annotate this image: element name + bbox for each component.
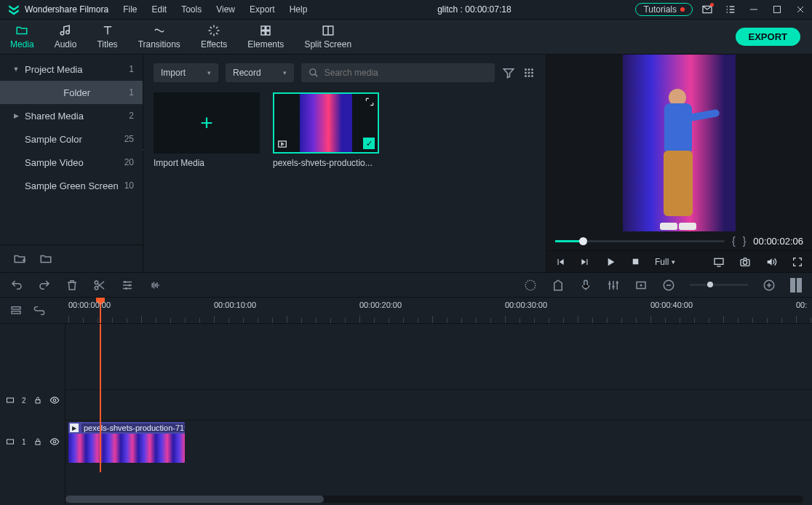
svg-rect-35 (7, 440, 14, 444)
sidebar-item-sample-video[interactable]: Sample Video20 (0, 151, 143, 174)
grid-view-icon[interactable] (522, 66, 536, 79)
svg-point-10 (531, 75, 533, 77)
tab-audio[interactable]: Audio (44, 20, 87, 53)
timeline-scrollbar[interactable] (65, 496, 803, 503)
media-pool: Import▾ Record▾ + Import Media ✓ (143, 55, 546, 272)
snapshot-icon[interactable] (739, 256, 751, 268)
crop-icon[interactable] (634, 279, 648, 292)
messages-icon[interactable] (698, 1, 716, 18)
svg-rect-31 (12, 311, 20, 313)
sidebar-item-project-media[interactable]: ▼Project Media1 (0, 57, 143, 81)
track-lane-2[interactable] (65, 389, 812, 411)
track-header-2[interactable]: 2 (0, 389, 65, 411)
search-input[interactable] (325, 68, 487, 78)
video-track-icon (6, 396, 15, 405)
tab-transitions[interactable]: Transitions (128, 20, 191, 53)
sidebar-item-shared-media[interactable]: ▶Shared Media2 (0, 104, 143, 127)
add-to-timeline-icon[interactable] (277, 139, 287, 149)
svg-rect-13 (715, 258, 723, 264)
menu-help[interactable]: Help (284, 2, 314, 17)
svg-point-18 (124, 281, 127, 283)
menu-tools[interactable]: Tools (175, 2, 207, 17)
adjust-icon[interactable] (121, 279, 134, 292)
marker-icon[interactable] (552, 279, 565, 292)
tutorials-badge (680, 7, 685, 12)
preview-canvas[interactable] (546, 55, 812, 231)
stop-button[interactable] (580, 257, 590, 267)
menu-view[interactable]: View (210, 2, 241, 17)
tab-splitscreen[interactable]: Split Screen (294, 20, 362, 53)
mixer-icon[interactable] (607, 279, 620, 292)
delete-icon[interactable] (65, 279, 79, 292)
folder-icon[interactable] (39, 252, 52, 266)
search-media[interactable] (301, 63, 495, 82)
split-icon[interactable] (93, 279, 106, 292)
tutorials-button[interactable]: Tutorials (635, 3, 693, 16)
preview-scrubber[interactable] (555, 240, 725, 242)
track-header-1[interactable]: 1 (0, 420, 65, 464)
sidebar-item-sample-green[interactable]: Sample Green Screen10 (0, 174, 143, 197)
tab-effects[interactable]: Effects (191, 20, 237, 53)
svg-rect-33 (36, 400, 40, 404)
svg-rect-32 (7, 398, 14, 402)
import-media-tile[interactable]: + Import Media (154, 92, 260, 168)
zoom-in-icon[interactable] (763, 279, 776, 292)
audio-meter[interactable] (790, 278, 802, 293)
sidebar-item-sample-color[interactable]: Sample Color25 (0, 127, 143, 151)
track-lane-1[interactable]: ▶ pexels-shvets-production-719 (65, 420, 812, 464)
audio-wave-icon[interactable] (148, 279, 162, 292)
svg-rect-36 (36, 442, 40, 445)
filter-icon[interactable] (502, 66, 515, 79)
tracks-icon[interactable] (10, 305, 22, 317)
eye-icon[interactable] (49, 395, 60, 405)
track-body[interactable]: ▶ pexels-shvets-production-719 (65, 324, 812, 505)
chevron-down-icon: ▾ (283, 69, 287, 76)
workspace: ▼Project Media1 Folder1 ▶Shared Media2 S… (0, 55, 812, 273)
display-icon[interactable] (713, 256, 725, 268)
link-icon[interactable] (33, 305, 45, 317)
redo-icon[interactable] (38, 279, 51, 292)
playhead-line[interactable] (100, 324, 101, 472)
timeline-ruler-row: 00:00:00:0000:00:10:0000:00:20:0000:00:3… (0, 298, 812, 324)
zoom-out-icon[interactable] (662, 279, 675, 292)
stop2-button[interactable] (631, 257, 640, 266)
svg-rect-30 (12, 306, 20, 309)
mark-out-icon[interactable]: } (743, 235, 747, 247)
project-title: glitch : 00:00:07:18 (313, 4, 635, 15)
minimize-button[interactable] (745, 1, 763, 18)
svg-point-19 (129, 284, 131, 286)
undo-icon[interactable] (10, 279, 23, 292)
volume-icon[interactable] (765, 256, 777, 268)
close-button[interactable] (792, 1, 809, 18)
import-dropdown[interactable]: Import▾ (154, 63, 218, 82)
tab-media[interactable]: Media (0, 20, 44, 53)
expand-icon (365, 97, 375, 107)
quality-dropdown[interactable]: Full▾ (655, 257, 675, 267)
tab-titles[interactable]: Titles (87, 20, 127, 53)
fullscreen-icon[interactable] (792, 256, 803, 268)
new-folder-icon[interactable] (13, 252, 26, 266)
sidebar-item-folder[interactable]: Folder1 (0, 81, 143, 104)
mark-in-icon[interactable]: { (732, 235, 736, 247)
lock-icon[interactable] (33, 437, 42, 446)
eye-icon[interactable] (49, 437, 60, 447)
render-icon[interactable] (524, 279, 537, 292)
tasks-icon[interactable] (722, 1, 739, 18)
tab-elements[interactable]: Elements (237, 20, 294, 53)
timeline-clip[interactable]: ▶ pexels-shvets-production-719 (68, 422, 185, 463)
menu-edit[interactable]: Edit (146, 2, 173, 17)
export-button[interactable]: EXPORT (736, 28, 800, 46)
record-dropdown[interactable]: Record▾ (226, 63, 294, 82)
play-button[interactable] (605, 256, 616, 268)
svg-point-37 (53, 440, 56, 443)
timeline-ruler[interactable]: 00:00:00:0000:00:10:0000:00:20:0000:00:3… (65, 298, 812, 323)
zoom-slider[interactable] (690, 284, 748, 286)
lock-icon[interactable] (33, 396, 42, 405)
menu-export[interactable]: Export (244, 2, 281, 17)
media-clip-tile[interactable]: ✓ pexels-shvets-productio... (273, 92, 379, 168)
prev-frame-button[interactable] (555, 257, 565, 267)
preview-panel: { } 00:00:02:06 Full▾ (546, 55, 812, 272)
voiceover-icon[interactable] (579, 279, 592, 292)
maximize-button[interactable] (768, 1, 786, 18)
menu-file[interactable]: File (117, 2, 143, 17)
